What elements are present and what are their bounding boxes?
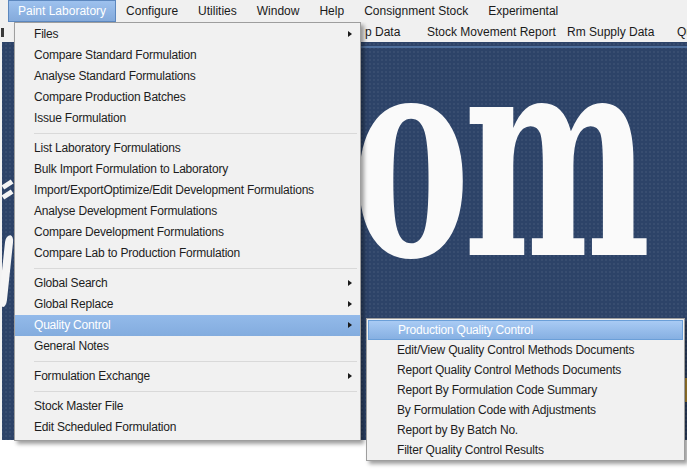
- paint-laboratory-menu-item[interactable]: Files: [15, 24, 360, 45]
- paint-laboratory-menu-item[interactable]: General Notes: [15, 336, 360, 357]
- menu-bar: Paint Laboratory Configure Utilities Win…: [0, 0, 687, 22]
- paint-laboratory-menu-separator: [34, 133, 357, 134]
- submenu-arrow-icon: [348, 373, 352, 379]
- quality-control-submenu: Production Quality ControlEdit/View Qual…: [366, 318, 685, 461]
- background-logo-watermark: om: [352, 42, 644, 297]
- paint-laboratory-menu-item[interactable]: Formulation Exchange: [15, 366, 360, 387]
- paint-laboratory-menu-item[interactable]: Bulk Import Formulation to Laboratory: [15, 159, 360, 180]
- paint-laboratory-menu-separator: [34, 391, 357, 392]
- quality-control-menu-item[interactable]: Report By Formulation Code Summary: [367, 380, 684, 400]
- toolbar-clipped-text-fragment: [1, 28, 4, 37]
- submenu-arrow-icon: [348, 31, 352, 37]
- menubar-item-experimental[interactable]: Experimental: [478, 0, 568, 22]
- quality-control-menu-item[interactable]: Filter Quality Control Results: [367, 440, 684, 460]
- toolbar-item-rm-supply-data[interactable]: Rm Supply Data: [567, 25, 654, 39]
- toolbar-item-clipped[interactable]: Qu: [677, 25, 687, 39]
- paint-laboratory-menu-item[interactable]: Global Replace: [15, 294, 360, 315]
- menubar-item-help[interactable]: Help: [309, 0, 354, 22]
- paint-laboratory-menu-item[interactable]: Compare Standard Formulation: [15, 45, 360, 66]
- background-logo-fragment: [0, 235, 14, 307]
- menubar-item-paint-laboratory[interactable]: Paint Laboratory: [8, 0, 116, 22]
- paint-laboratory-menu-item[interactable]: Issue Formulation: [15, 108, 360, 129]
- paint-laboratory-menu-item[interactable]: Compare Lab to Production Formulation: [15, 243, 360, 264]
- quality-control-menu-item[interactable]: Production Quality Control: [368, 320, 683, 340]
- paint-laboratory-menu-item[interactable]: Compare Development Formulations: [15, 222, 360, 243]
- paint-laboratory-menu-separator: [34, 361, 357, 362]
- paint-laboratory-dropdown-menu: FilesCompare Standard FormulationAnalyse…: [14, 22, 361, 441]
- menubar-item-consignment-stock[interactable]: Consignment Stock: [354, 0, 478, 22]
- paint-laboratory-menu-item[interactable]: Import/ExportOptimize/Edit Development F…: [15, 180, 360, 201]
- paint-laboratory-menu-separator: [34, 268, 357, 269]
- menubar-item-window[interactable]: Window: [247, 0, 310, 22]
- paint-laboratory-menu-item[interactable]: Stock Master File: [15, 396, 360, 417]
- window-left-edge: [0, 42, 2, 440]
- toolbar-item-p-data[interactable]: p Data: [365, 25, 400, 39]
- background-logo-fragment: [2, 189, 14, 199]
- paint-laboratory-menu-item[interactable]: List Laboratory Formulations: [15, 138, 360, 159]
- toolbar-item-stock-movement-report[interactable]: Stock Movement Report: [427, 25, 556, 39]
- quality-control-menu-item[interactable]: Report Quality Control Methods Documents: [367, 360, 684, 380]
- submenu-arrow-icon: [348, 322, 352, 328]
- submenu-arrow-icon: [348, 280, 352, 286]
- quality-control-menu-item[interactable]: Report by By Batch No.: [367, 420, 684, 440]
- quality-control-menu-item[interactable]: By Formulation Code with Adjustments: [367, 400, 684, 420]
- paint-laboratory-menu-item[interactable]: Global Search: [15, 273, 360, 294]
- paint-laboratory-menu-item[interactable]: Compare Production Batches: [15, 87, 360, 108]
- menubar-item-configure[interactable]: Configure: [116, 0, 188, 22]
- background-logo-fragment: [2, 179, 14, 189]
- paint-laboratory-menu-item[interactable]: Analyse Development Formulations: [15, 201, 360, 222]
- paint-laboratory-menu-item[interactable]: Analyse Standard Formulations: [15, 66, 360, 87]
- submenu-arrow-icon: [348, 301, 352, 307]
- menubar-item-utilities[interactable]: Utilities: [188, 0, 247, 22]
- quality-control-menu-item[interactable]: Edit/View Quality Control Methods Docume…: [367, 340, 684, 360]
- paint-laboratory-menu-item[interactable]: Quality Control: [15, 315, 360, 336]
- paint-laboratory-menu-item[interactable]: Edit Scheduled Formulation: [15, 417, 360, 438]
